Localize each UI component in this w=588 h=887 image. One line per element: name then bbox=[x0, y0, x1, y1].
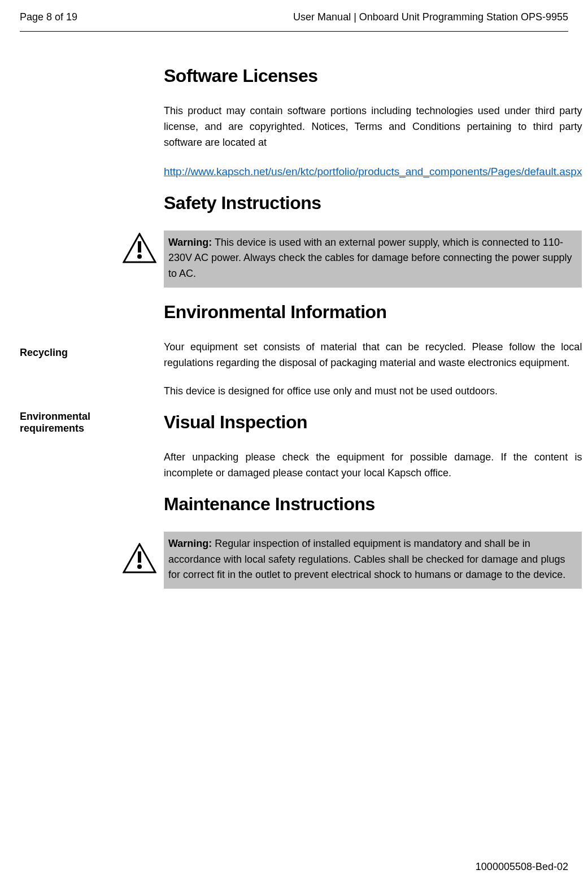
heading-environmental-information: Environmental Information bbox=[164, 302, 582, 323]
heading-maintenance-instructions: Maintenance Instructions bbox=[164, 494, 582, 515]
recycling-paragraph: Your equipment set consists of material … bbox=[164, 340, 582, 371]
safety-warning-row: Warning: This device is used with an ext… bbox=[123, 231, 582, 288]
env-req-paragraph: This device is designed for office use o… bbox=[164, 384, 582, 399]
safety-warning-label: Warning: bbox=[168, 237, 212, 248]
page-header: Page 8 of 19 User Manual | Onboard Unit … bbox=[20, 11, 568, 32]
page-indicator: Page 8 of 19 bbox=[20, 11, 77, 23]
document-title: User Manual | Onboard Unit Programming S… bbox=[293, 11, 568, 23]
maintenance-warning-text: Regular inspection of installed equipmen… bbox=[168, 538, 565, 581]
maintenance-warning-label: Warning: bbox=[168, 538, 212, 549]
sidebar-label-env-req: Environmental requirements bbox=[20, 411, 153, 434]
maintenance-warning-row: Warning: Regular inspection of installed… bbox=[123, 532, 582, 589]
software-licenses-link[interactable]: http://www.kapsch.net/us/en/ktc/portfoli… bbox=[164, 166, 582, 177]
svg-point-2 bbox=[137, 254, 142, 259]
heading-visual-inspection: Visual Inspection bbox=[164, 412, 582, 433]
content-area: Recycling Environmental requirements Sof… bbox=[20, 66, 568, 603]
sidebar: Recycling Environmental requirements bbox=[20, 66, 164, 603]
main-content: Software Licenses This product may conta… bbox=[164, 66, 587, 603]
maintenance-warning-box: Warning: Regular inspection of installed… bbox=[164, 532, 582, 589]
sidebar-label-recycling: Recycling bbox=[20, 347, 153, 359]
svg-point-5 bbox=[137, 564, 142, 569]
svg-rect-4 bbox=[138, 551, 141, 563]
safety-warning-box: Warning: This device is used with an ext… bbox=[164, 231, 582, 288]
warning-icon bbox=[123, 233, 156, 264]
visual-inspection-paragraph: After unpacking please check the equipme… bbox=[164, 450, 582, 481]
svg-rect-1 bbox=[138, 241, 141, 253]
footer-doc-number: 1000005508-Bed-02 bbox=[476, 861, 568, 873]
warning-icon bbox=[123, 543, 156, 575]
software-licenses-paragraph: This product may contain software portio… bbox=[164, 103, 582, 151]
safety-warning-text: This device is used with an external pow… bbox=[168, 237, 572, 280]
heading-software-licenses: Software Licenses bbox=[164, 66, 582, 86]
heading-safety-instructions: Safety Instructions bbox=[164, 193, 582, 214]
